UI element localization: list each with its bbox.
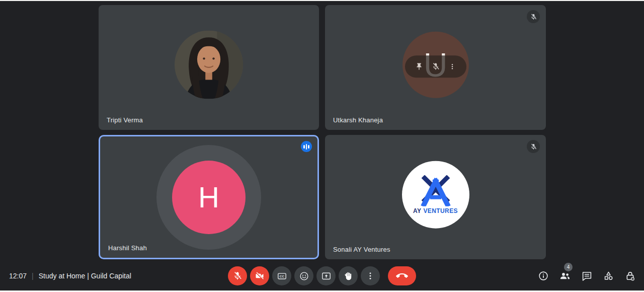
host-controls-icon [624, 270, 636, 282]
video-grid: Tripti Verma U [99, 5, 546, 259]
activities-icon [603, 270, 614, 282]
avatar: H [172, 161, 246, 234]
profile-photo [175, 31, 243, 99]
captions-icon: CC [277, 271, 287, 281]
participant-tile-sonali-ay-ventures[interactable]: AYVENTURES Sonali AY Ventures [325, 135, 546, 259]
participant-tile-tripti-verma[interactable]: Tripti Verma [99, 5, 319, 130]
meeting-title: Study at Home | Guild Capital [39, 272, 131, 280]
meeting-details-button[interactable] [537, 270, 549, 282]
mic-off-icon [530, 13, 537, 21]
tile-hover-controls [405, 55, 466, 78]
mic-off-icon [431, 62, 440, 71]
people-panel-button[interactable]: 4 [559, 270, 571, 282]
meet-window: Tripti Verma U [0, 0, 644, 292]
audio-equalizer-icon [301, 141, 312, 152]
videocam-off-icon [255, 271, 265, 281]
clock: 12:07 [9, 272, 27, 280]
mic-off-icon [232, 271, 243, 281]
mic-off-icon [530, 143, 537, 151]
more-options-icon [448, 62, 456, 70]
emoji-reactions-icon [299, 271, 309, 281]
meeting-info: 12:07 | Study at Home | Guild Capital [9, 272, 131, 280]
muted-indicator [527, 10, 540, 23]
captions-button[interactable]: CC [272, 266, 291, 285]
ay-ventures-monogram-icon [418, 175, 454, 206]
participant-count-badge: 4 [564, 263, 573, 271]
participant-name: Harshil Shah [108, 244, 147, 252]
participant-name: Tripti Verma [107, 116, 143, 124]
reactions-button[interactable] [294, 266, 313, 285]
call-controls: CC [228, 266, 416, 285]
camera-toggle-button[interactable] [250, 266, 269, 285]
svg-text:CC: CC [279, 274, 284, 277]
participant-name: Utkarsh Khaneja [333, 116, 383, 124]
participant-name: Sonali AY Ventures [333, 246, 390, 253]
panel-controls: 4 [537, 270, 636, 282]
chat-icon [581, 270, 593, 282]
company-logo: AYVENTURES [402, 161, 469, 228]
info-icon [538, 270, 549, 281]
raise-hand-button[interactable] [339, 266, 358, 285]
avatar: AYVENTURES [402, 161, 469, 228]
pin-participant-button[interactable] [415, 62, 424, 71]
participant-more-options-button[interactable] [448, 62, 457, 71]
muted-indicator [527, 140, 540, 153]
avatar [175, 31, 243, 99]
bottom-bar: 12:07 | Study at Home | Guild Capital [0, 261, 644, 290]
company-logo-text: AYVENTURES [413, 207, 458, 214]
separator: | [32, 272, 34, 280]
participant-muted-button[interactable] [431, 61, 441, 71]
mic-toggle-button[interactable] [228, 266, 247, 285]
people-icon [559, 270, 571, 282]
avatar-initial: H [198, 180, 219, 214]
chat-panel-button[interactable] [581, 270, 593, 282]
activities-panel-button[interactable] [602, 270, 614, 282]
end-call-button[interactable] [388, 266, 416, 285]
raise-hand-icon [343, 271, 353, 281]
more-options-button[interactable] [361, 266, 380, 285]
participant-tile-utkarsh-khaneja[interactable]: U [325, 5, 546, 130]
screen-edge-top [0, 0, 644, 1]
end-call-icon [396, 270, 408, 282]
present-screen-button[interactable] [316, 266, 336, 285]
present-screen-icon [321, 271, 332, 281]
pin-icon [415, 62, 423, 70]
host-controls-button[interactable] [624, 270, 636, 282]
participant-tile-harshil-shah[interactable]: H Harshil Shah [99, 135, 319, 259]
more-options-icon [365, 271, 375, 281]
